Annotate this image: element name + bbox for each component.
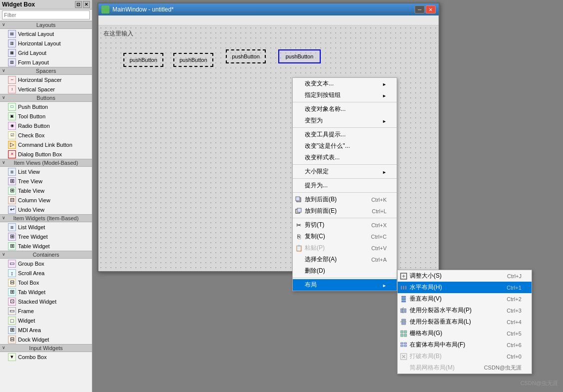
column-view-icon: ⊟ bbox=[8, 196, 16, 204]
sm-item-vsplitter[interactable]: 使用分裂器垂直布局(L) Ctrl+4 bbox=[398, 316, 532, 328]
canvas-button-3[interactable]: pushButton bbox=[226, 49, 266, 63]
cm-sep-2 bbox=[293, 127, 397, 128]
item-undo-view[interactable]: ↩ Undo View bbox=[0, 205, 92, 214]
cm-sep-4 bbox=[293, 178, 397, 179]
sm-watermark: CSDN@虫无涯 bbox=[484, 364, 522, 372]
cm-item-layout[interactable]: 布局 bbox=[293, 279, 397, 291]
cm-item-assign-group[interactable]: 指定到按钮组 bbox=[293, 89, 397, 101]
sm-item-adjust-size[interactable]: 调整大小(S) Ctrl+J bbox=[398, 270, 532, 282]
sm-item-vertical-layout[interactable]: 垂直布局(V) Ctrl+2 bbox=[398, 293, 532, 305]
item-table-widget[interactable]: ⊞ Table Widget bbox=[0, 241, 92, 251]
item-stacked-widget[interactable]: ⊡ Stacked Widget bbox=[0, 297, 92, 306]
item-vertical-spacer[interactable]: ↕ Vertical Spacer bbox=[0, 84, 92, 94]
item-command-link-button[interactable]: ▷ Command Link Button bbox=[0, 140, 92, 149]
sm-shortcut-grid: Ctrl+5 bbox=[507, 331, 522, 337]
sm-item-hsplitter[interactable]: 使用分裂器水平布局(P) Ctrl+3 bbox=[398, 305, 532, 316]
canvas-button-2[interactable]: pushButton bbox=[173, 53, 213, 67]
sm-shortcut-horiz: Ctrl+1 bbox=[507, 285, 522, 291]
section-layouts[interactable]: Layouts bbox=[0, 21, 92, 29]
sm-shortcut-hsplit: Ctrl+3 bbox=[507, 308, 522, 314]
cm-item-delete[interactable]: 删除(D) bbox=[293, 265, 397, 277]
tab-widget-icon: ⊞ bbox=[8, 288, 16, 296]
item-tree-widget[interactable]: ⊞ Tree Widget bbox=[0, 232, 92, 241]
widget-box-close-btn[interactable]: ✕ bbox=[83, 1, 90, 8]
item-horizontal-layout[interactable]: ▥ Horizontal Layout bbox=[0, 38, 92, 48]
item-tool-box[interactable]: ⊟ Tool Box bbox=[0, 278, 92, 287]
cm-item-change-tooltip[interactable]: 改变工具提示... bbox=[293, 129, 397, 140]
svg-rect-19 bbox=[401, 331, 403, 333]
item-combo-box[interactable]: ▾ Combo Box bbox=[0, 352, 92, 362]
cm-item-change-stylesheet[interactable]: 改变样式表... bbox=[293, 152, 397, 163]
item-frame[interactable]: ▭ Frame bbox=[0, 306, 92, 316]
cm-item-paste[interactable]: 📋 粘贴(P) Ctrl+V bbox=[293, 242, 397, 254]
break-layout-icon bbox=[400, 353, 408, 361]
cm-item-change-object-name[interactable]: 改变对象名称... bbox=[293, 103, 397, 115]
svg-rect-1 bbox=[296, 197, 300, 201]
svg-rect-12 bbox=[402, 301, 406, 302]
sm-shortcut-adjust: Ctrl+J bbox=[507, 273, 522, 279]
tree-view-icon: ⊞ bbox=[8, 177, 16, 185]
item-horizontal-spacer[interactable]: ↔ Horizontal Spacer bbox=[0, 75, 92, 84]
cm-item-change-whatsthis[interactable]: 改变"这是什么"... bbox=[293, 140, 397, 152]
vertical-layout-icon: ▤ bbox=[8, 30, 16, 38]
item-form-layout[interactable]: ▧ Form Layout bbox=[0, 57, 92, 67]
cm-item-select-all[interactable]: 选择全部(A) Ctrl+A bbox=[293, 254, 397, 265]
cm-item-change-text[interactable]: 改变文本... bbox=[293, 78, 397, 89]
stacked-widget-icon: ⊡ bbox=[8, 298, 16, 306]
cm-item-promote[interactable]: 提升为... bbox=[293, 180, 397, 191]
item-push-button[interactable]: □ Push Button bbox=[0, 102, 92, 111]
cm-item-cut[interactable]: ✂ 剪切(T) Ctrl+X bbox=[293, 219, 397, 231]
widget-box-float-btn[interactable]: ⊡ bbox=[75, 1, 82, 8]
section-input-widgets[interactable]: Input Widgets bbox=[0, 344, 92, 352]
cm-item-size-constraint[interactable]: 大小限定 bbox=[293, 166, 397, 177]
item-check-box[interactable]: ☑ Check Box bbox=[0, 130, 92, 140]
section-item-widgets[interactable]: Item Widgets (Item-Based) bbox=[0, 214, 92, 222]
cm-item-bring-to-front[interactable]: 放到前面(E) Ctrl+L bbox=[293, 205, 397, 217]
table-view-icon: ⊞ bbox=[8, 187, 16, 195]
widget-box-filter-area bbox=[0, 9, 92, 21]
item-list-view[interactable]: ≡ List View bbox=[0, 167, 92, 176]
cut-icon: ✂ bbox=[295, 221, 303, 229]
svg-rect-22 bbox=[404, 334, 407, 337]
qt-close-btn[interactable]: ✕ bbox=[426, 5, 436, 13]
bring-to-front-icon bbox=[295, 207, 303, 215]
canvas-button-1[interactable]: pushButton bbox=[123, 53, 163, 67]
item-grid-layout[interactable]: ▦ Grid Layout bbox=[0, 48, 92, 57]
sm-item-simple-grid[interactable]: 简易网格布局(M) CSDN@虫无涯 bbox=[398, 362, 532, 374]
item-vertical-layout[interactable]: ▤ Vertical Layout bbox=[0, 29, 92, 38]
tree-widget-icon: ⊞ bbox=[8, 233, 16, 241]
section-buttons[interactable]: Buttons bbox=[0, 94, 92, 102]
item-table-view[interactable]: ⊞ Table View bbox=[0, 186, 92, 195]
sm-item-grid-layout[interactable]: 栅格布局(G) Ctrl+5 bbox=[398, 328, 532, 339]
section-spacers[interactable]: Spacers bbox=[0, 67, 92, 75]
cm-item-morph-into[interactable]: 变型为 bbox=[293, 115, 397, 126]
cm-item-send-to-back[interactable]: 放到后面(B) Ctrl+K bbox=[293, 194, 397, 205]
sm-item-form-layout[interactable]: 在窗体布局中布局(F) Ctrl+6 bbox=[398, 339, 532, 351]
widget-box-content: Layouts ▤ Vertical Layout ▥ Horizontal L… bbox=[0, 21, 92, 392]
sm-item-horizontal-layout[interactable]: 水平布局(H) Ctrl+1 bbox=[398, 282, 532, 293]
item-list-widget[interactable]: ≡ List Widget bbox=[0, 222, 92, 232]
item-dock-widget[interactable]: ⊟ Dock Widget bbox=[0, 335, 92, 344]
item-column-view[interactable]: ⊟ Column View bbox=[0, 195, 92, 205]
form-layout-icon: ▧ bbox=[8, 58, 16, 66]
main-area: MainWindow - untitled* ─ ✕ 在这里输入 pushBut… bbox=[92, 0, 563, 392]
item-tab-widget[interactable]: ⊞ Tab Widget bbox=[0, 287, 92, 297]
item-mdi-area[interactable]: ⊞ MDI Area bbox=[0, 325, 92, 335]
qt-minimize-btn[interactable]: ─ bbox=[415, 5, 425, 13]
item-tree-view[interactable]: ⊞ Tree View bbox=[0, 176, 92, 186]
section-item-views[interactable]: Item Views (Model-Based) bbox=[0, 159, 92, 167]
section-containers[interactable]: Containers bbox=[0, 251, 92, 259]
mdi-area-icon: ⊞ bbox=[8, 326, 16, 334]
cm-item-copy[interactable]: ⎘ 复制(C) Ctrl+C bbox=[293, 231, 397, 242]
sm-shortcut-break: Ctrl+0 bbox=[507, 354, 522, 360]
sm-item-break-layout[interactable]: 打破布局(B) Ctrl+0 bbox=[398, 351, 532, 362]
item-dialog-button-box[interactable]: ✕ Dialog Button Box bbox=[0, 149, 92, 159]
widget-box-filter-input[interactable] bbox=[2, 10, 90, 19]
item-radio-button[interactable]: ◉ Radio Button bbox=[0, 121, 92, 130]
item-group-box[interactable]: ▭ Group Box bbox=[0, 259, 92, 268]
canvas-button-4[interactable]: pushButton bbox=[278, 49, 321, 63]
item-widget[interactable]: □ Widget bbox=[0, 316, 92, 325]
item-scroll-area[interactable]: ↕ Scroll Area bbox=[0, 268, 92, 278]
item-tool-button[interactable]: ▣ Tool Button bbox=[0, 111, 92, 121]
widget-box-title: Widget Box bbox=[2, 1, 75, 8]
